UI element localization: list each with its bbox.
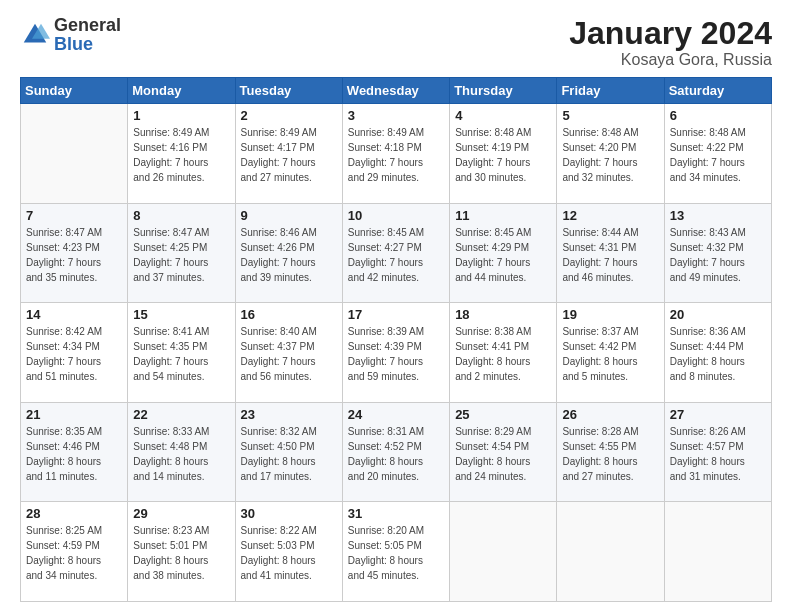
day-info: Sunrise: 8:31 AM Sunset: 4:52 PM Dayligh… xyxy=(348,424,444,484)
calendar-cell: 26Sunrise: 8:28 AM Sunset: 4:55 PM Dayli… xyxy=(557,402,664,502)
day-info: Sunrise: 8:47 AM Sunset: 4:25 PM Dayligh… xyxy=(133,225,229,285)
day-number: 3 xyxy=(348,108,444,123)
day-number: 22 xyxy=(133,407,229,422)
calendar-week-3: 14Sunrise: 8:42 AM Sunset: 4:34 PM Dayli… xyxy=(21,303,772,403)
day-info: Sunrise: 8:28 AM Sunset: 4:55 PM Dayligh… xyxy=(562,424,658,484)
calendar-cell: 18Sunrise: 8:38 AM Sunset: 4:41 PM Dayli… xyxy=(450,303,557,403)
calendar-week-2: 7Sunrise: 8:47 AM Sunset: 4:23 PM Daylig… xyxy=(21,203,772,303)
calendar-cell: 2Sunrise: 8:49 AM Sunset: 4:17 PM Daylig… xyxy=(235,104,342,204)
day-number: 13 xyxy=(670,208,766,223)
calendar-cell: 9Sunrise: 8:46 AM Sunset: 4:26 PM Daylig… xyxy=(235,203,342,303)
day-info: Sunrise: 8:33 AM Sunset: 4:48 PM Dayligh… xyxy=(133,424,229,484)
calendar-title: January 2024 xyxy=(569,16,772,51)
day-number: 28 xyxy=(26,506,122,521)
calendar-cell xyxy=(21,104,128,204)
day-info: Sunrise: 8:39 AM Sunset: 4:39 PM Dayligh… xyxy=(348,324,444,384)
day-header-friday: Friday xyxy=(557,78,664,104)
day-number: 25 xyxy=(455,407,551,422)
calendar-cell: 16Sunrise: 8:40 AM Sunset: 4:37 PM Dayli… xyxy=(235,303,342,403)
calendar-header-row: SundayMondayTuesdayWednesdayThursdayFrid… xyxy=(21,78,772,104)
day-number: 30 xyxy=(241,506,337,521)
calendar-cell: 10Sunrise: 8:45 AM Sunset: 4:27 PM Dayli… xyxy=(342,203,449,303)
logo-text-general: General xyxy=(54,15,121,35)
day-info: Sunrise: 8:26 AM Sunset: 4:57 PM Dayligh… xyxy=(670,424,766,484)
calendar-cell: 19Sunrise: 8:37 AM Sunset: 4:42 PM Dayli… xyxy=(557,303,664,403)
calendar-subtitle: Kosaya Gora, Russia xyxy=(569,51,772,69)
day-info: Sunrise: 8:29 AM Sunset: 4:54 PM Dayligh… xyxy=(455,424,551,484)
calendar-week-4: 21Sunrise: 8:35 AM Sunset: 4:46 PM Dayli… xyxy=(21,402,772,502)
day-info: Sunrise: 8:45 AM Sunset: 4:27 PM Dayligh… xyxy=(348,225,444,285)
day-number: 12 xyxy=(562,208,658,223)
day-info: Sunrise: 8:45 AM Sunset: 4:29 PM Dayligh… xyxy=(455,225,551,285)
calendar-cell: 11Sunrise: 8:45 AM Sunset: 4:29 PM Dayli… xyxy=(450,203,557,303)
calendar-cell: 15Sunrise: 8:41 AM Sunset: 4:35 PM Dayli… xyxy=(128,303,235,403)
day-number: 29 xyxy=(133,506,229,521)
calendar-cell: 13Sunrise: 8:43 AM Sunset: 4:32 PM Dayli… xyxy=(664,203,771,303)
day-number: 20 xyxy=(670,307,766,322)
day-number: 7 xyxy=(26,208,122,223)
logo: General Blue xyxy=(20,16,121,54)
calendar-cell: 27Sunrise: 8:26 AM Sunset: 4:57 PM Dayli… xyxy=(664,402,771,502)
day-info: Sunrise: 8:23 AM Sunset: 5:01 PM Dayligh… xyxy=(133,523,229,583)
day-number: 21 xyxy=(26,407,122,422)
page: General Blue January 2024 Kosaya Gora, R… xyxy=(0,0,792,612)
calendar-cell: 21Sunrise: 8:35 AM Sunset: 4:46 PM Dayli… xyxy=(21,402,128,502)
calendar-cell: 25Sunrise: 8:29 AM Sunset: 4:54 PM Dayli… xyxy=(450,402,557,502)
calendar-cell: 3Sunrise: 8:49 AM Sunset: 4:18 PM Daylig… xyxy=(342,104,449,204)
logo-text-blue: Blue xyxy=(54,34,93,54)
day-header-wednesday: Wednesday xyxy=(342,78,449,104)
day-info: Sunrise: 8:41 AM Sunset: 4:35 PM Dayligh… xyxy=(133,324,229,384)
calendar-cell: 17Sunrise: 8:39 AM Sunset: 4:39 PM Dayli… xyxy=(342,303,449,403)
calendar-cell: 31Sunrise: 8:20 AM Sunset: 5:05 PM Dayli… xyxy=(342,502,449,602)
day-info: Sunrise: 8:40 AM Sunset: 4:37 PM Dayligh… xyxy=(241,324,337,384)
calendar-cell: 7Sunrise: 8:47 AM Sunset: 4:23 PM Daylig… xyxy=(21,203,128,303)
day-info: Sunrise: 8:22 AM Sunset: 5:03 PM Dayligh… xyxy=(241,523,337,583)
day-header-thursday: Thursday xyxy=(450,78,557,104)
day-number: 1 xyxy=(133,108,229,123)
day-info: Sunrise: 8:49 AM Sunset: 4:17 PM Dayligh… xyxy=(241,125,337,185)
day-number: 8 xyxy=(133,208,229,223)
day-header-tuesday: Tuesday xyxy=(235,78,342,104)
day-info: Sunrise: 8:48 AM Sunset: 4:19 PM Dayligh… xyxy=(455,125,551,185)
day-number: 4 xyxy=(455,108,551,123)
day-info: Sunrise: 8:25 AM Sunset: 4:59 PM Dayligh… xyxy=(26,523,122,583)
day-number: 19 xyxy=(562,307,658,322)
day-number: 15 xyxy=(133,307,229,322)
day-info: Sunrise: 8:37 AM Sunset: 4:42 PM Dayligh… xyxy=(562,324,658,384)
day-info: Sunrise: 8:49 AM Sunset: 4:16 PM Dayligh… xyxy=(133,125,229,185)
day-info: Sunrise: 8:48 AM Sunset: 4:22 PM Dayligh… xyxy=(670,125,766,185)
calendar-cell: 12Sunrise: 8:44 AM Sunset: 4:31 PM Dayli… xyxy=(557,203,664,303)
day-info: Sunrise: 8:43 AM Sunset: 4:32 PM Dayligh… xyxy=(670,225,766,285)
calendar-cell: 8Sunrise: 8:47 AM Sunset: 4:25 PM Daylig… xyxy=(128,203,235,303)
calendar-cell: 6Sunrise: 8:48 AM Sunset: 4:22 PM Daylig… xyxy=(664,104,771,204)
day-number: 26 xyxy=(562,407,658,422)
day-info: Sunrise: 8:44 AM Sunset: 4:31 PM Dayligh… xyxy=(562,225,658,285)
day-header-saturday: Saturday xyxy=(664,78,771,104)
calendar-cell: 24Sunrise: 8:31 AM Sunset: 4:52 PM Dayli… xyxy=(342,402,449,502)
calendar-week-1: 1Sunrise: 8:49 AM Sunset: 4:16 PM Daylig… xyxy=(21,104,772,204)
calendar-cell xyxy=(450,502,557,602)
calendar-table: SundayMondayTuesdayWednesdayThursdayFrid… xyxy=(20,77,772,602)
day-info: Sunrise: 8:32 AM Sunset: 4:50 PM Dayligh… xyxy=(241,424,337,484)
calendar-cell: 28Sunrise: 8:25 AM Sunset: 4:59 PM Dayli… xyxy=(21,502,128,602)
day-number: 17 xyxy=(348,307,444,322)
day-number: 16 xyxy=(241,307,337,322)
day-number: 14 xyxy=(26,307,122,322)
day-number: 11 xyxy=(455,208,551,223)
day-number: 27 xyxy=(670,407,766,422)
day-info: Sunrise: 8:49 AM Sunset: 4:18 PM Dayligh… xyxy=(348,125,444,185)
day-info: Sunrise: 8:38 AM Sunset: 4:41 PM Dayligh… xyxy=(455,324,551,384)
day-info: Sunrise: 8:46 AM Sunset: 4:26 PM Dayligh… xyxy=(241,225,337,285)
day-number: 2 xyxy=(241,108,337,123)
day-info: Sunrise: 8:36 AM Sunset: 4:44 PM Dayligh… xyxy=(670,324,766,384)
calendar-cell: 22Sunrise: 8:33 AM Sunset: 4:48 PM Dayli… xyxy=(128,402,235,502)
day-header-sunday: Sunday xyxy=(21,78,128,104)
calendar-cell xyxy=(664,502,771,602)
calendar-cell: 30Sunrise: 8:22 AM Sunset: 5:03 PM Dayli… xyxy=(235,502,342,602)
day-number: 9 xyxy=(241,208,337,223)
calendar-cell: 4Sunrise: 8:48 AM Sunset: 4:19 PM Daylig… xyxy=(450,104,557,204)
day-number: 23 xyxy=(241,407,337,422)
title-block: January 2024 Kosaya Gora, Russia xyxy=(569,16,772,69)
calendar-cell: 20Sunrise: 8:36 AM Sunset: 4:44 PM Dayli… xyxy=(664,303,771,403)
day-number: 6 xyxy=(670,108,766,123)
